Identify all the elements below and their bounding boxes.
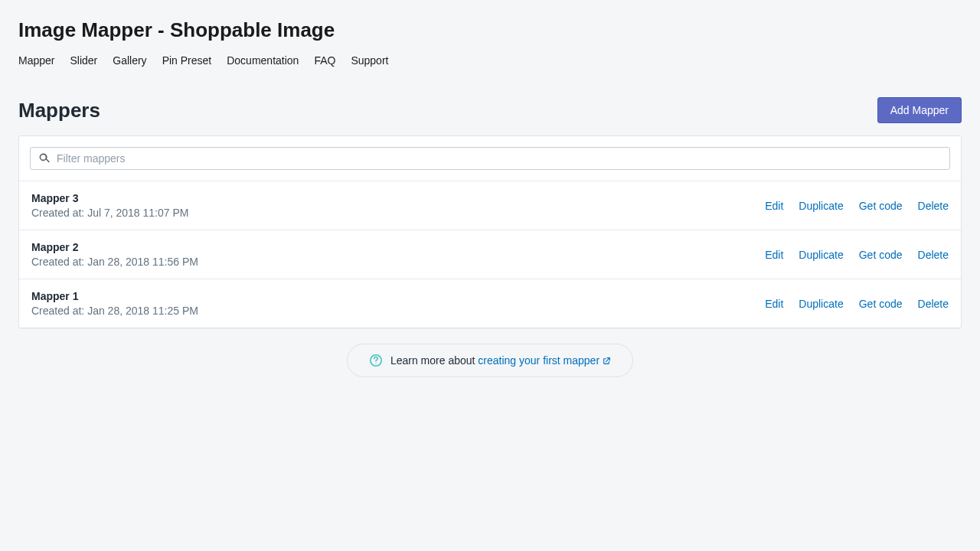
nav-documentation[interactable]: Documentation bbox=[227, 54, 299, 67]
edit-link[interactable]: Edit bbox=[765, 200, 783, 212]
mapper-name: Mapper 3 bbox=[31, 192, 188, 204]
edit-link[interactable]: Edit bbox=[765, 249, 783, 261]
duplicate-link[interactable]: Duplicate bbox=[799, 249, 843, 261]
nav-gallery[interactable]: Gallery bbox=[113, 54, 146, 67]
help-icon bbox=[369, 354, 383, 367]
nav-slider[interactable]: Slider bbox=[70, 54, 97, 67]
get-code-link[interactable]: Get code bbox=[859, 200, 903, 212]
nav-mapper[interactable]: Mapper bbox=[18, 54, 54, 67]
svg-point-1 bbox=[375, 363, 376, 364]
search-box[interactable] bbox=[30, 147, 950, 170]
app-title: Image Mapper - Shoppable Image bbox=[18, 18, 962, 42]
help-link[interactable]: creating your first mapper bbox=[478, 354, 611, 367]
page-title: Mappers bbox=[18, 99, 100, 122]
delete-link[interactable]: Delete bbox=[918, 298, 949, 310]
get-code-link[interactable]: Get code bbox=[859, 249, 903, 261]
edit-link[interactable]: Edit bbox=[765, 298, 783, 310]
mappers-card: Mapper 3 Created at: Jul 7, 2018 11:07 P… bbox=[18, 135, 962, 328]
mapper-created: Created at: Jan 28, 2018 11:25 PM bbox=[31, 305, 198, 317]
search-input[interactable] bbox=[57, 152, 942, 165]
mapper-created: Created at: Jul 7, 2018 11:07 PM bbox=[31, 207, 188, 219]
search-icon bbox=[38, 152, 51, 165]
get-code-link[interactable]: Get code bbox=[859, 298, 903, 310]
mapper-name: Mapper 2 bbox=[31, 241, 198, 253]
main-nav: Mapper Slider Gallery Pin Preset Documen… bbox=[18, 54, 962, 67]
help-text: Learn more about creating your first map… bbox=[390, 354, 611, 367]
nav-pin-preset[interactable]: Pin Preset bbox=[162, 54, 212, 67]
table-row: Mapper 3 Created at: Jul 7, 2018 11:07 P… bbox=[19, 181, 961, 230]
delete-link[interactable]: Delete bbox=[918, 249, 949, 261]
mapper-created: Created at: Jan 28, 2018 11:56 PM bbox=[31, 256, 198, 268]
table-row: Mapper 2 Created at: Jan 28, 2018 11:56 … bbox=[19, 230, 961, 279]
external-link-icon bbox=[603, 355, 611, 367]
nav-faq[interactable]: FAQ bbox=[314, 54, 335, 67]
mapper-name: Mapper 1 bbox=[31, 290, 198, 302]
duplicate-link[interactable]: Duplicate bbox=[799, 298, 843, 310]
add-mapper-button[interactable]: Add Mapper bbox=[877, 97, 962, 123]
table-row: Mapper 1 Created at: Jan 28, 2018 11:25 … bbox=[19, 279, 961, 328]
delete-link[interactable]: Delete bbox=[918, 200, 949, 212]
duplicate-link[interactable]: Duplicate bbox=[799, 200, 843, 212]
nav-support[interactable]: Support bbox=[351, 54, 388, 67]
help-callout: Learn more about creating your first map… bbox=[347, 344, 633, 377]
